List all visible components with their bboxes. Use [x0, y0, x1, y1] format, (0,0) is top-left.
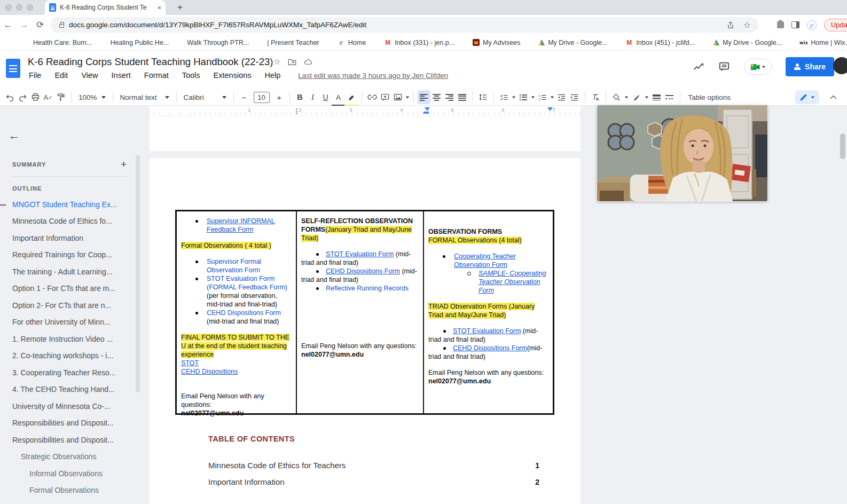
- share-page-icon[interactable]: [726, 21, 735, 29]
- align-justify-icon[interactable]: [456, 90, 469, 104]
- decrease-indent-icon[interactable]: [555, 90, 568, 104]
- outline-item[interactable]: Responsibilities and Disposit...: [0, 415, 134, 432]
- undo-icon[interactable]: [3, 90, 16, 104]
- bookmark-item[interactable]: MMy Advisees: [473, 39, 520, 46]
- bookmark-item[interactable]: MInbox (331) - jen.p...: [384, 39, 454, 46]
- font-size-input[interactable]: 10: [254, 92, 270, 103]
- border-color-dropdown-icon[interactable]: [645, 96, 648, 98]
- border-dash-icon[interactable]: [663, 90, 676, 104]
- editing-mode-button[interactable]: [795, 90, 819, 104]
- border-width-icon[interactable]: [650, 90, 663, 104]
- outline-item[interactable]: Option 2- For CTs that are n...: [0, 297, 134, 314]
- toc-row[interactable]: Minnesota Code of Ethics for Teachers1: [208, 457, 539, 474]
- bookmark-item[interactable]: MInbox (451) - jclifd...: [625, 39, 695, 46]
- outline-item[interactable]: Option 1 - For CTs that are m...: [0, 280, 134, 297]
- first-line-indent-marker[interactable]: [425, 107, 430, 111]
- doc-link[interactable]: STOT Evaluation Form (FORMAL Feedback Fo…: [207, 275, 287, 291]
- border-color-icon[interactable]: [630, 90, 643, 104]
- zoom-window-button[interactable]: [27, 4, 33, 11]
- outline-item[interactable]: 3. Cooperating Teacher Reso...: [0, 364, 134, 381]
- menu-edit[interactable]: Edit: [54, 71, 68, 80]
- bookmark-star-icon[interactable]: ☆: [743, 20, 751, 30]
- forward-icon[interactable]: →: [16, 20, 32, 30]
- outline-item[interactable]: Important Information: [0, 230, 134, 247]
- doc-link[interactable]: Reflective Running Records: [326, 285, 409, 292]
- reload-icon[interactable]: ⟳: [32, 19, 48, 30]
- left-indent-marker[interactable]: [423, 112, 429, 114]
- side-panel-icon[interactable]: [791, 21, 799, 28]
- menu-file[interactable]: File: [29, 71, 41, 80]
- outline-item[interactable]: 2. Co-teaching workshops - i...: [0, 348, 134, 365]
- meet-dropdown-icon[interactable]: [762, 66, 765, 68]
- outline-item[interactable]: Required Trainings for Coop...: [0, 247, 134, 264]
- numbered-list-dropdown-icon[interactable]: [550, 96, 553, 98]
- clear-formatting-icon[interactable]: [589, 90, 602, 104]
- outline-item[interactable]: University of Minnesota Co-...: [0, 398, 134, 415]
- chrome-update-button[interactable]: Upda: [824, 19, 847, 32]
- paragraph-style-select[interactable]: Normal text: [117, 93, 172, 101]
- activity-dashboard-icon[interactable]: [693, 61, 704, 72]
- highlight-color-icon[interactable]: [345, 90, 358, 104]
- checklist-icon[interactable]: [498, 90, 511, 104]
- profile-icon[interactable]: p: [807, 20, 817, 30]
- outline-item[interactable]: 4. The CEHD Teaching Hand...: [0, 381, 134, 398]
- webcam-video[interactable]: [597, 105, 767, 201]
- table-column-handle[interactable]: [296, 108, 297, 114]
- menu-tools[interactable]: Tools: [182, 71, 200, 80]
- outline-item[interactable]: Formal Observations: [0, 482, 134, 499]
- bookmark-item[interactable]: Walk Through PTR...: [187, 39, 249, 46]
- move-folder-icon[interactable]: [288, 58, 296, 66]
- document-title[interactable]: K-6 Reading Corps Student Teaching Handb…: [28, 56, 273, 68]
- bookmark-item[interactable]: eHome: [338, 39, 366, 46]
- bookmark-item[interactable]: My Drive - Google...: [713, 39, 782, 46]
- browser-tab[interactable]: K-6 Reading Corps Student Te ×: [45, 0, 166, 15]
- insert-link-icon[interactable]: [366, 90, 379, 104]
- doc-link[interactable]: STOT Evaluation Form: [326, 250, 394, 258]
- page-2[interactable]: Supervisor INFORMAL Feedback FormFormal …: [150, 158, 581, 504]
- bookmark-item[interactable]: Health Care: Burn...: [33, 39, 92, 46]
- bulleted-list-dropdown-icon[interactable]: [531, 96, 534, 98]
- doc-link[interactable]: CEHD Dispositions Form: [326, 267, 400, 275]
- window-scrollbar[interactable]: [840, 133, 845, 159]
- last-edit-link[interactable]: Last edit was made 3 hours ago by Jen Cl…: [298, 72, 448, 80]
- star-document-icon[interactable]: ☆: [273, 57, 280, 67]
- outline-item[interactable]: For other University of Minn...: [0, 314, 134, 331]
- align-left-icon[interactable]: [418, 90, 430, 104]
- insert-image-icon[interactable]: [391, 90, 404, 104]
- back-icon[interactable]: ←: [0, 20, 16, 30]
- add-summary-icon[interactable]: +: [121, 159, 127, 170]
- url-text[interactable]: docs.google.com/document/d/13Y79kpBlHXF_…: [69, 21, 366, 29]
- line-spacing-icon[interactable]: [477, 90, 490, 104]
- font-select[interactable]: Calibri: [181, 93, 230, 101]
- text-color-icon[interactable]: A: [332, 90, 345, 104]
- window-controls[interactable]: [5, 4, 33, 11]
- bookmark-item[interactable]: My Drive - Google...: [538, 39, 607, 46]
- menu-insert[interactable]: Insert: [112, 71, 131, 80]
- spellcheck-icon[interactable]: A✓: [42, 90, 54, 104]
- bulleted-list-icon[interactable]: [517, 90, 530, 104]
- comments-icon[interactable]: [718, 61, 730, 72]
- menu-extensions[interactable]: Extensions: [214, 71, 252, 80]
- print-icon[interactable]: [29, 90, 42, 104]
- underline-icon[interactable]: U: [319, 90, 332, 104]
- increase-indent-icon[interactable]: [568, 90, 581, 104]
- close-window-button[interactable]: [5, 4, 12, 11]
- outline-item[interactable]: Minnesota Code of Ethics fo...: [0, 213, 134, 230]
- bold-icon[interactable]: B: [294, 90, 307, 104]
- bookmark-item[interactable]: | Present Teacher: [267, 39, 319, 46]
- menu-format[interactable]: Format: [144, 71, 169, 80]
- bookmark-item[interactable]: Healing Public He...: [110, 39, 169, 46]
- paint-format-icon[interactable]: [54, 90, 67, 104]
- image-dropdown-icon[interactable]: [405, 96, 409, 98]
- minimize-window-button[interactable]: [16, 4, 22, 11]
- share-button[interactable]: Share: [786, 57, 834, 76]
- google-docs-icon[interactable]: [6, 59, 20, 78]
- doc-link[interactable]: Supervisor INFORMAL Feedback Form: [207, 217, 275, 233]
- lock-icon[interactable]: [59, 24, 64, 28]
- increase-font-size-button[interactable]: +: [273, 90, 286, 104]
- outline-item[interactable]: Strategic Observations: [0, 448, 134, 466]
- meet-icon[interactable]: [744, 59, 772, 75]
- outline-item[interactable]: Responsibilities and Disposit...: [0, 431, 134, 448]
- align-center-icon[interactable]: [430, 90, 443, 104]
- cloud-status-icon[interactable]: [304, 58, 313, 66]
